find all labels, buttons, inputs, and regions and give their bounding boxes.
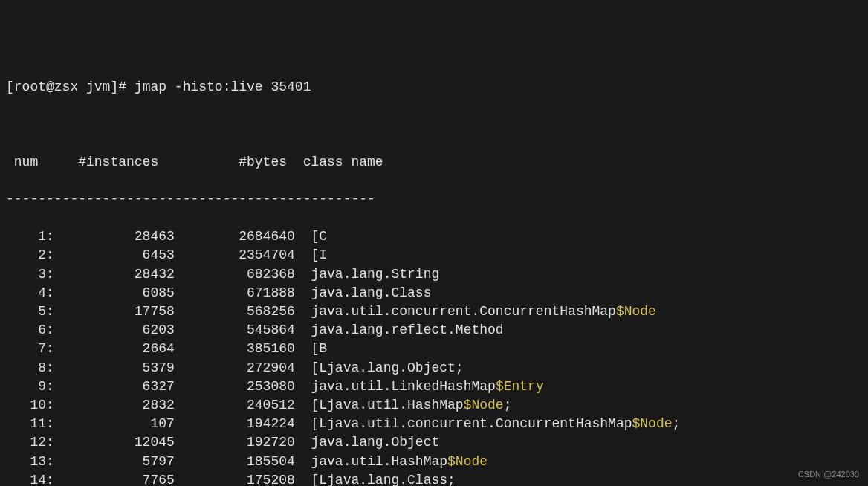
row-classname: java.lang.Class (295, 284, 432, 302)
row-instances: 5797 (54, 453, 175, 471)
row-num: 1: (6, 227, 54, 246)
classname-highlight: $Entry (496, 379, 544, 394)
row-classname: java.lang.Object (295, 433, 439, 452)
row-bytes: 2684640 (175, 227, 295, 246)
row-instances: 6453 (54, 246, 175, 265)
row-instances: 107 (54, 415, 175, 433)
row-num: 14: (6, 471, 54, 486)
row-instances: 12045 (54, 433, 175, 452)
header-bytes: #bytes (166, 153, 287, 172)
row-classname: java.lang.String (295, 265, 439, 284)
row-classname: [Ljava.lang.Object; (295, 359, 464, 378)
row-classname: java.util.concurrent.ConcurrentHashMap (295, 302, 616, 321)
row-num: 9: (6, 378, 54, 396)
table-row: 7:2664385160[B (6, 340, 862, 358)
classname-highlight: $Node (632, 416, 673, 431)
header-num: num (6, 153, 46, 172)
watermark: CSDN @242030 (798, 469, 859, 480)
blank-line (6, 115, 862, 134)
row-bytes: 385160 (175, 340, 295, 358)
row-instances: 17758 (54, 302, 175, 321)
separator-line: ----------------------------------------… (6, 190, 862, 209)
header-instances: #instances (46, 153, 166, 172)
table-row: 8:5379272904[Ljava.lang.Object; (6, 359, 862, 378)
header-classname: class name (287, 153, 383, 172)
row-instances: 7765 (54, 471, 175, 486)
row-classname: [Ljava.lang.Class; (295, 471, 456, 486)
table-row: 9:6327253080java.util.LinkedHashMap$Entr… (6, 378, 862, 396)
classname-suffix: ; (673, 416, 681, 431)
row-classname: [Ljava.util.HashMap (295, 396, 464, 415)
table-row: 3:28432682368java.lang.String (6, 265, 862, 284)
row-instances: 28463 (54, 227, 175, 246)
row-instances: 6327 (54, 378, 175, 396)
row-bytes: 175208 (175, 471, 295, 486)
row-instances: 2664 (54, 340, 175, 358)
table-row: 12:12045192720java.lang.Object (6, 433, 862, 452)
row-bytes: 185504 (175, 453, 295, 471)
row-bytes: 682368 (175, 265, 295, 284)
table-row: 2:64532354704[I (6, 246, 862, 265)
row-instances: 2832 (54, 396, 175, 415)
row-num: 5: (6, 302, 54, 321)
row-classname: [I (295, 246, 327, 265)
row-bytes: 545864 (175, 321, 295, 340)
table-row: 10:2832240512[Ljava.util.HashMap$Node; (6, 396, 862, 415)
classname-highlight: $Node (616, 304, 656, 319)
table-row: 13:5797185504java.util.HashMap$Node (6, 453, 862, 471)
table-row: 5:17758568256java.util.concurrent.Concur… (6, 302, 862, 321)
command-prompt: [root@zsx jvm]# jmap -histo:live 35401 (6, 78, 862, 97)
classname-highlight: $Node (464, 398, 504, 412)
row-num: 7: (6, 340, 54, 358)
row-classname: [C (295, 227, 327, 246)
row-num: 13: (6, 453, 54, 471)
row-bytes: 568256 (175, 302, 295, 321)
row-bytes: 671888 (175, 284, 295, 302)
row-instances: 6203 (54, 321, 175, 340)
row-bytes: 194224 (175, 415, 295, 433)
row-classname: [B (295, 340, 327, 358)
row-instances: 28432 (54, 265, 175, 284)
row-num: 3: (6, 265, 54, 284)
row-bytes: 240512 (175, 396, 295, 415)
classname-suffix: ; (504, 398, 512, 412)
table-row: 6:6203545864java.lang.reflect.Method (6, 321, 862, 340)
row-classname: java.util.HashMap (295, 453, 447, 471)
row-instances: 5379 (54, 359, 175, 378)
table-body: 1:284632684640[C2:64532354704[I3:2843268… (6, 227, 862, 486)
table-row: 14:7765175208[Ljava.lang.Class; (6, 471, 862, 486)
table-row: 1:284632684640[C (6, 227, 862, 246)
row-num: 4: (6, 284, 54, 302)
row-num: 10: (6, 396, 54, 415)
row-bytes: 253080 (175, 378, 295, 396)
classname-highlight: $Node (447, 454, 488, 469)
row-num: 6: (6, 321, 54, 340)
row-classname: java.lang.reflect.Method (295, 321, 504, 340)
row-classname: [Ljava.util.concurrent.ConcurrentHashMap (295, 415, 632, 433)
row-num: 2: (6, 246, 54, 265)
row-bytes: 2354704 (175, 246, 295, 265)
row-classname: java.util.LinkedHashMap (295, 378, 496, 396)
row-instances: 6085 (54, 284, 175, 302)
row-num: 12: (6, 433, 54, 452)
row-num: 11: (6, 415, 54, 433)
table-row: 4:6085671888java.lang.Class (6, 284, 862, 302)
table-row: 11:107194224[Ljava.util.concurrent.Concu… (6, 415, 862, 433)
row-bytes: 272904 (175, 359, 295, 378)
row-num: 8: (6, 359, 54, 378)
table-header: num#instances#bytesclass name (6, 153, 862, 172)
row-bytes: 192720 (175, 433, 295, 452)
